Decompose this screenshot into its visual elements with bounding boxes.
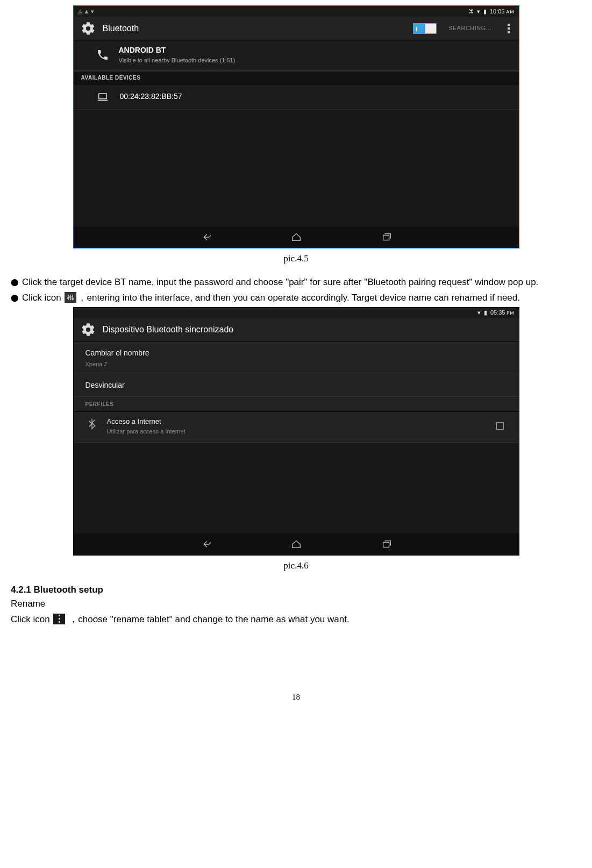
rename-subheading: Rename [11, 597, 581, 611]
bluetooth-toggle[interactable] [413, 23, 437, 34]
svg-rect-0 [98, 93, 106, 98]
profile-subtitle: Utilizar para acceso a Internet [107, 427, 186, 436]
available-device-row[interactable]: 00:24:23:82:BB:57 [74, 84, 519, 110]
bullet-icon: ⬤ [11, 275, 19, 289]
app-bar: Bluetooth SEARCHING... [74, 17, 519, 40]
app-bar-title: Dispositivo Bluetooth sincronizado [103, 323, 513, 336]
caption-pic-4-5: pic.4.5 [11, 252, 581, 266]
nav-home-icon[interactable] [289, 537, 304, 552]
this-device-visibility: Visible to all nearby Bluetooth devices … [119, 56, 236, 65]
sliders-settings-icon [65, 292, 76, 303]
nav-bar [74, 226, 519, 248]
nav-back-icon[interactable] [198, 537, 213, 552]
svg-point-3 [70, 296, 72, 297]
this-device-name: ANDROID BT [119, 45, 236, 56]
overflow-menu-icon[interactable] [504, 24, 513, 33]
nav-recent-icon[interactable] [379, 230, 394, 245]
caption-pic-4-6: pic.4.6 [11, 559, 581, 573]
svg-rect-5 [383, 542, 389, 547]
wifi-status-icon: ▾ [477, 7, 480, 16]
available-devices-header: AVAILABLE DEVICES [74, 71, 519, 84]
bullet-icon: ⬤ [11, 291, 19, 304]
unpair-title: Desvincular [85, 380, 507, 391]
app-bar-title: Bluetooth [103, 22, 408, 35]
settings-gear-icon[interactable] [79, 19, 97, 38]
rename-value: Xperia Z [85, 360, 507, 369]
nav-recent-icon[interactable] [379, 537, 394, 552]
overflow-menu-icon [53, 614, 65, 624]
bluetooth-tether-icon [85, 418, 98, 434]
status-bar: ▾ ▮ 05:35 ᴘᴍ [74, 308, 519, 318]
battery-status-icon: ▮ [484, 308, 487, 317]
status-time: 10:05 ᴀᴍ [490, 7, 515, 16]
profile-checkbox[interactable] [496, 422, 504, 430]
internet-access-profile[interactable]: Acceso a Internet Utilizar para acceso a… [74, 412, 519, 443]
screenshot-bluetooth-paired-device: ▾ ▮ 05:35 ᴘᴍ Dispositivo Bluetooth sincr… [73, 307, 519, 556]
bullet-click-sliders-icon: ⬤ Click icon ，entering into the interfac… [11, 291, 581, 305]
app-bar: Dispositivo Bluetooth sincronizado [74, 318, 519, 342]
this-device-row[interactable]: ANDROID BT Visible to all nearby Bluetoo… [74, 40, 519, 71]
settings-gear-icon[interactable] [79, 321, 97, 339]
nav-home-icon[interactable] [289, 230, 304, 245]
searching-label: SEARCHING... [448, 24, 492, 33]
screenshot-bluetooth-settings: ◬ ▲ ▾ ⵣ ▾ ▮ 10:05 ᴀᴍ Bluetooth SEARCHING… [73, 5, 519, 248]
bluetooth-status-icon: ⵣ [469, 7, 474, 16]
device-mac-address: 00:24:23:82:BB:57 [120, 91, 182, 102]
wifi-status-icon: ▾ [477, 308, 481, 317]
bullet-pair-device: ⬤ Click the target device BT name, input… [11, 275, 581, 289]
rename-option[interactable]: Cambiar el nombre Xperia Z [74, 342, 519, 375]
rename-instruction: Click icon ，choose "rename tablet" and c… [11, 613, 581, 627]
status-left-icons: ◬ ▲ ▾ [78, 7, 95, 16]
rename-title: Cambiar el nombre [85, 347, 507, 359]
unpair-option[interactable]: Desvincular [74, 374, 519, 397]
nav-bar [74, 533, 519, 555]
section-4-2-1-heading: 4.2.1 Bluetooth setup [11, 583, 581, 597]
status-time: 05:35 ᴘᴍ [490, 308, 515, 317]
profile-title: Acceso a Internet [107, 416, 186, 427]
svg-point-2 [68, 297, 69, 299]
nav-back-icon[interactable] [198, 230, 213, 245]
laptop-icon [95, 91, 110, 103]
status-bar: ◬ ▲ ▾ ⵣ ▾ ▮ 10:05 ᴀᴍ [74, 6, 519, 17]
svg-point-4 [72, 298, 74, 300]
battery-status-icon: ▮ [483, 7, 487, 16]
profiles-header: PERFILES [74, 397, 519, 412]
svg-rect-1 [383, 235, 389, 240]
page-number: 18 [11, 691, 581, 703]
phone-icon [95, 47, 110, 62]
